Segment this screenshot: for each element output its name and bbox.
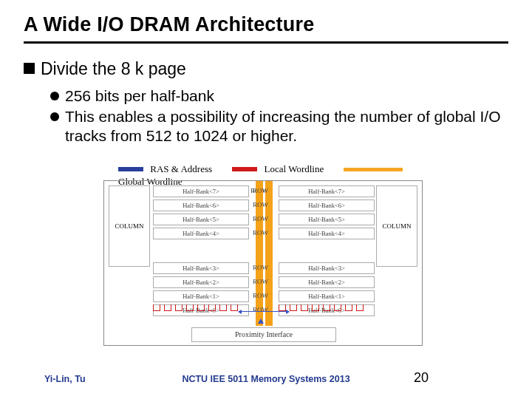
row-label: ROW xyxy=(253,278,268,285)
footer-page-number: 20 xyxy=(414,370,429,386)
up-arrow-icon xyxy=(258,318,264,324)
bullet-level2-a: 256 bits per half-bank xyxy=(50,86,508,106)
half-bank-cell: Half-Bank<3> xyxy=(279,262,375,274)
width-arrow xyxy=(239,311,289,312)
half-bank-cell: Half-Bank<6> xyxy=(153,200,249,211)
half-bank-cell: Half-Bank<4> xyxy=(279,228,375,239)
half-bank-cell: Half-Bank<2> xyxy=(153,276,249,288)
bank-diagram: RAS & Address Local Wordline Global Word… xyxy=(103,163,421,347)
footer-course: NCTU IEE 5011 Memory Systems 2013 xyxy=(0,374,532,384)
half-bank-cell: Half-Bank<3> xyxy=(153,262,249,274)
slide-title: A Wide I/O DRAM Architecture xyxy=(24,13,314,36)
legend-label-ras: RAS & Address xyxy=(150,163,212,174)
legend-swatch-ras xyxy=(118,167,143,171)
bullet-level1: Divide the 8 k page xyxy=(24,59,186,79)
bank-outline: COLUMN COLUMN ROW Half-Bank<7>Half-Bank<… xyxy=(103,180,423,346)
half-bank-cell: Half-Bank<7> xyxy=(279,185,375,197)
proximity-interface: Proximity Interface xyxy=(191,327,336,342)
row-label: ROW xyxy=(253,229,268,236)
column-label-left: COLUMN xyxy=(115,222,143,230)
half-bank-cell: Half-Bank<5> xyxy=(153,214,249,225)
half-bank-cell: Half-Bank<5> xyxy=(279,214,375,225)
row-label: ROW xyxy=(253,201,268,208)
sub2-text: This enables a possibility of increasing… xyxy=(65,107,505,146)
column-block-left: COLUMN xyxy=(109,185,150,267)
row-label: ROW xyxy=(253,215,268,222)
row-label: ROW xyxy=(253,264,268,271)
bullet1-text: Divide the 8 k page xyxy=(41,59,186,78)
column-label-right: COLUMN xyxy=(382,222,411,230)
title-underline xyxy=(24,41,508,44)
sub1-text: 256 bits per half-bank xyxy=(65,87,214,104)
column-block-right: COLUMN xyxy=(376,185,417,267)
row-label: ROW xyxy=(253,306,268,313)
row-label: ROW xyxy=(253,292,268,299)
half-bank-cell: Half-Bank<7> xyxy=(153,185,249,197)
row-label: ROW xyxy=(253,187,268,194)
half-bank-cell: Half-Bank<4> xyxy=(153,228,249,239)
disc-bullet-icon xyxy=(50,92,59,100)
disc-bullet-icon xyxy=(50,112,59,121)
legend-label-local: Local Wordline xyxy=(265,163,324,174)
bullet-level2-b: This enables a possibility of increasing… xyxy=(50,107,508,146)
bitline-brackets-left xyxy=(153,301,249,308)
legend-swatch-global xyxy=(344,168,403,171)
half-bank-cell: Half-Bank<6> xyxy=(279,200,375,211)
square-bullet-icon xyxy=(24,63,35,74)
half-bank-cell: Half-Bank<2> xyxy=(279,276,375,288)
bitline-brackets-right xyxy=(279,301,375,308)
legend-swatch-local xyxy=(232,167,257,171)
